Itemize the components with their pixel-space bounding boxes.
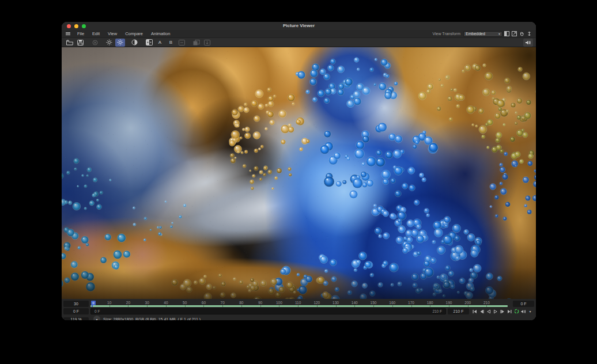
view-transform-label: View Transform [433, 32, 461, 36]
next-frame-icon[interactable] [500, 309, 505, 314]
open-file-icon[interactable] [65, 39, 74, 47]
stack-icon [191, 39, 201, 47]
timeline-ruler[interactable]: 0 10203040506070809010011012013014015016… [90, 301, 511, 307]
go-to-end-icon[interactable] [507, 309, 512, 314]
export-icon [202, 39, 212, 47]
settings-active-icon[interactable] [115, 39, 125, 47]
rendered-image [62, 47, 536, 299]
ruler-tick: 110 [295, 301, 301, 305]
zoom-options-button[interactable]: ▾ [93, 316, 100, 320]
compare-b-button[interactable]: B [166, 39, 176, 47]
dock-icon[interactable] [526, 31, 532, 37]
sound-icon[interactable] [523, 39, 533, 47]
ruler-tick: 10 [107, 301, 111, 305]
ruler-tick: 180 [427, 301, 433, 305]
transport-controls: ▾ [471, 308, 534, 314]
range-end-label: 210 F [432, 309, 442, 313]
window-title: Picture Viewer [62, 23, 536, 28]
start-frame-field[interactable]: 0 F [63, 308, 89, 314]
playhead-label: 0 [91, 301, 96, 305]
ruler-tick: 40 [164, 301, 168, 305]
compare-ab-icon[interactable] [144, 39, 154, 47]
contrast-icon[interactable] [130, 39, 139, 47]
image-info-status: Size: 2880x1800, RGB (8 Bit), 15.41 MB, … [103, 317, 201, 321]
ruler-tick: 140 [352, 301, 358, 305]
range-row: 0 F 0 F 210 F 210 F [63, 308, 535, 314]
ruler-tick: 90 [258, 301, 262, 305]
play-backward-icon[interactable] [486, 309, 492, 314]
range-start-label: 0 F [95, 309, 100, 313]
zoom-level-field[interactable]: 119 % [63, 317, 89, 321]
status-row: 119 % ▾ Size: 2880x1800, RGB (8 Bit), 15… [63, 316, 535, 320]
loop-icon[interactable] [513, 309, 519, 314]
compare-a-button[interactable]: A [155, 39, 165, 47]
settings-icon[interactable] [104, 39, 114, 47]
stop-render-icon [90, 39, 100, 47]
menu-animation[interactable]: Animation [147, 31, 174, 36]
menu-edit[interactable]: Edit [88, 31, 104, 36]
ruler-tick: 120 [313, 301, 320, 305]
range-end-field[interactable]: 210 F [448, 308, 469, 314]
desktop-background: Picture Viewer File Edit View Compare An… [0, 0, 597, 364]
hand-icon[interactable] [519, 31, 525, 37]
ruler-tick: 100 [276, 301, 282, 305]
ruler-tick: 80 [239, 301, 243, 305]
ruler-tick: 200 [464, 301, 471, 305]
view-transform-value: Embedded [466, 32, 485, 36]
hamburger-menu-icon[interactable] [66, 32, 70, 35]
current-frame-field[interactable]: 0 F [513, 301, 534, 307]
titlebar: Picture Viewer [62, 22, 536, 30]
playhead[interactable]: 0 [90, 301, 96, 307]
menu-file[interactable]: File [73, 31, 88, 36]
menubar: File Edit View Compare Animation View Tr… [62, 30, 536, 37]
layer-icon [177, 39, 187, 47]
view-transform-select[interactable]: Embedded ▾ [463, 31, 502, 37]
play-forward-icon[interactable] [493, 309, 498, 314]
ruler-tick: 160 [389, 301, 395, 305]
ruler-tick: 50 [183, 301, 187, 305]
menu-view[interactable]: View [104, 31, 121, 36]
ruler-tick: 170 [408, 301, 414, 305]
ruler-tick: 190 [446, 301, 452, 305]
go-to-start-icon[interactable] [472, 309, 478, 314]
ruler-tick: 20 [126, 301, 130, 305]
image-viewport[interactable] [62, 47, 536, 299]
fps-field[interactable]: 30 [63, 301, 89, 307]
ruler-tick: 210 [483, 301, 490, 305]
chevron-down-icon: ▾ [498, 32, 500, 36]
ruler-tick: 30 [145, 301, 149, 305]
cached-frames-bar [90, 305, 508, 307]
ruler-tick: 70 [221, 301, 225, 305]
chevron-down-icon: ▾ [96, 317, 97, 321]
timeline-panel: 30 0 10203040506070809010011012013014015… [62, 299, 536, 320]
ruler-tick: 130 [332, 301, 339, 305]
ruler-tick: 150 [371, 301, 377, 305]
playhead-stem [92, 305, 93, 307]
picture-viewer-window: Picture Viewer File Edit View Compare An… [62, 22, 536, 320]
ruler-tick: 60 [202, 301, 206, 305]
toolbar: A B [62, 37, 536, 47]
popout-icon[interactable] [511, 31, 517, 37]
ruler-row: 30 0 10203040506070809010011012013014015… [63, 301, 535, 307]
speaker-icon[interactable] [520, 309, 526, 314]
previous-frame-icon[interactable] [479, 309, 485, 314]
save-icon[interactable] [75, 39, 85, 47]
preview-range-bar[interactable]: 0 F 210 F [90, 308, 446, 314]
menu-compare[interactable]: Compare [121, 31, 147, 36]
playback-options-caret[interactable]: ▾ [527, 309, 533, 314]
split-view-icon[interactable] [504, 31, 510, 37]
